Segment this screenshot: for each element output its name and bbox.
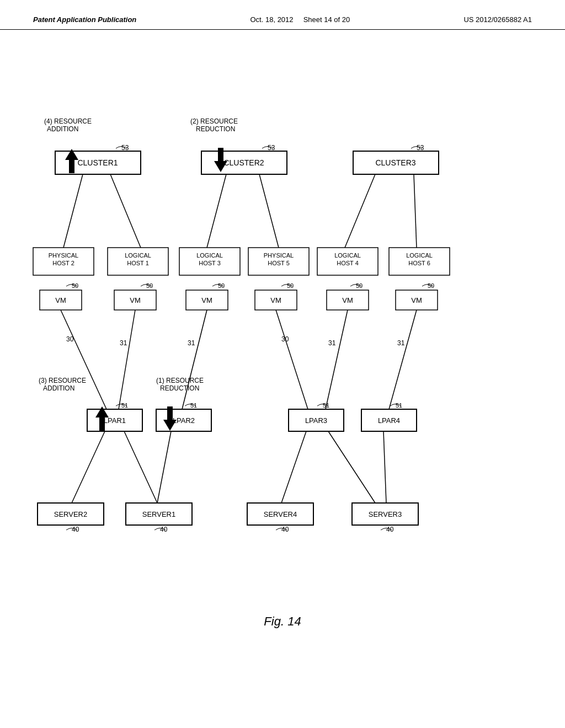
patent-page: Patent Application Publication Oct. 18, … [0, 0, 565, 728]
svg-line-19 [345, 174, 375, 248]
svg-text:51: 51 [396, 402, 402, 409]
svg-line-20 [414, 174, 417, 248]
svg-text:50: 50 [72, 282, 78, 289]
svg-line-90 [281, 431, 306, 503]
svg-text:53: 53 [417, 144, 424, 152]
svg-text:VM: VM [270, 296, 281, 304]
header-sheet: Sheet 14 of 20 [303, 15, 350, 24]
svg-line-89 [157, 431, 171, 503]
svg-text:53: 53 [268, 144, 275, 152]
svg-text:SERVER1: SERVER1 [142, 510, 175, 518]
svg-text:40: 40 [386, 526, 394, 533]
svg-text:HOST 1: HOST 1 [127, 260, 149, 266]
svg-line-18 [259, 174, 279, 248]
svg-text:50: 50 [218, 282, 225, 289]
svg-text:LOGICAL: LOGICAL [125, 252, 151, 259]
svg-text:51: 51 [190, 402, 197, 409]
header-publisher: Patent Application Publication [33, 15, 136, 24]
svg-text:LPAR4: LPAR4 [378, 416, 400, 425]
svg-text:ADDITION: ADDITION [47, 125, 78, 133]
svg-text:30: 30 [281, 335, 289, 343]
svg-text:51: 51 [121, 402, 128, 409]
svg-text:CLUSTER3: CLUSTER3 [375, 158, 415, 167]
header-date-sheet: Oct. 18, 2012 Sheet 14 of 20 [250, 15, 350, 24]
svg-text:HOST 2: HOST 2 [52, 260, 74, 266]
svg-line-17 [207, 174, 226, 248]
svg-text:(1) RESOURCE: (1) RESOURCE [156, 377, 204, 384]
svg-text:HOST 4: HOST 4 [337, 260, 359, 266]
svg-text:CLUSTER1: CLUSTER1 [77, 158, 118, 167]
svg-line-63 [276, 310, 308, 409]
svg-text:50: 50 [428, 282, 434, 289]
svg-text:LOGICAL: LOGICAL [196, 252, 223, 259]
svg-text:SERVER3: SERVER3 [369, 510, 402, 518]
svg-text:PHYSICAL: PHYSICAL [264, 252, 294, 259]
svg-text:(2) RESOURCE: (2) RESOURCE [190, 117, 238, 125]
svg-line-65 [326, 310, 348, 409]
diagram-area: CLUSTER1 53 (4) RESOURCE ADDITION CLUSTE… [0, 30, 565, 664]
svg-text:HOST 5: HOST 5 [268, 260, 290, 266]
page-header: Patent Application Publication Oct. 18, … [0, 0, 565, 30]
svg-text:HOST 6: HOST 6 [408, 260, 430, 266]
svg-text:51: 51 [323, 402, 329, 409]
svg-text:ADDITION: ADDITION [43, 384, 74, 392]
svg-text:VM: VM [130, 296, 141, 304]
svg-text:(4) RESOURCE: (4) RESOURCE [44, 117, 92, 125]
svg-text:LPAR1: LPAR1 [104, 416, 126, 425]
svg-text:CLUSTER2: CLUSTER2 [223, 158, 264, 167]
svg-line-61 [182, 310, 207, 409]
svg-text:HOST 3: HOST 3 [199, 260, 221, 266]
svg-text:REDUCTION: REDUCTION [196, 125, 235, 133]
svg-text:40: 40 [72, 526, 79, 533]
svg-text:VM: VM [201, 296, 212, 304]
svg-line-87 [72, 431, 105, 503]
svg-line-91 [383, 431, 386, 503]
svg-text:PHYSICAL: PHYSICAL [49, 252, 78, 259]
svg-text:VM: VM [55, 296, 66, 304]
header-patent-number: US 2012/0265882 A1 [463, 15, 532, 24]
svg-text:VM: VM [342, 296, 353, 304]
figure-14-svg: CLUSTER1 53 (4) RESOURCE ADDITION CLUSTE… [0, 30, 565, 664]
svg-text:31: 31 [397, 339, 405, 347]
svg-text:LOGICAL: LOGICAL [406, 252, 433, 259]
svg-text:SERVER2: SERVER2 [54, 510, 87, 518]
svg-text:31: 31 [188, 339, 195, 347]
svg-text:31: 31 [120, 339, 127, 347]
header-date: Oct. 18, 2012 [250, 15, 294, 24]
svg-text:31: 31 [328, 339, 336, 347]
svg-text:50: 50 [287, 282, 294, 289]
svg-line-15 [63, 174, 83, 248]
svg-text:(3) RESOURCE: (3) RESOURCE [39, 377, 86, 384]
svg-text:30: 30 [66, 335, 74, 343]
svg-line-16 [110, 174, 141, 248]
svg-text:50: 50 [356, 282, 363, 289]
svg-text:Fig. 14: Fig. 14 [264, 614, 301, 628]
svg-text:50: 50 [146, 282, 153, 289]
svg-text:VM: VM [411, 296, 422, 304]
svg-text:53: 53 [121, 144, 129, 152]
svg-text:SERVER4: SERVER4 [264, 510, 297, 518]
svg-line-59 [119, 310, 135, 409]
svg-text:40: 40 [281, 526, 289, 533]
svg-text:REDUCTION: REDUCTION [160, 384, 199, 392]
svg-text:LOGICAL: LOGICAL [334, 252, 361, 259]
svg-line-57 [61, 310, 106, 409]
svg-line-88 [124, 431, 157, 503]
svg-text:40: 40 [160, 526, 168, 533]
svg-text:LPAR3: LPAR3 [305, 416, 327, 425]
svg-line-67 [389, 310, 417, 409]
svg-line-92 [328, 431, 375, 503]
